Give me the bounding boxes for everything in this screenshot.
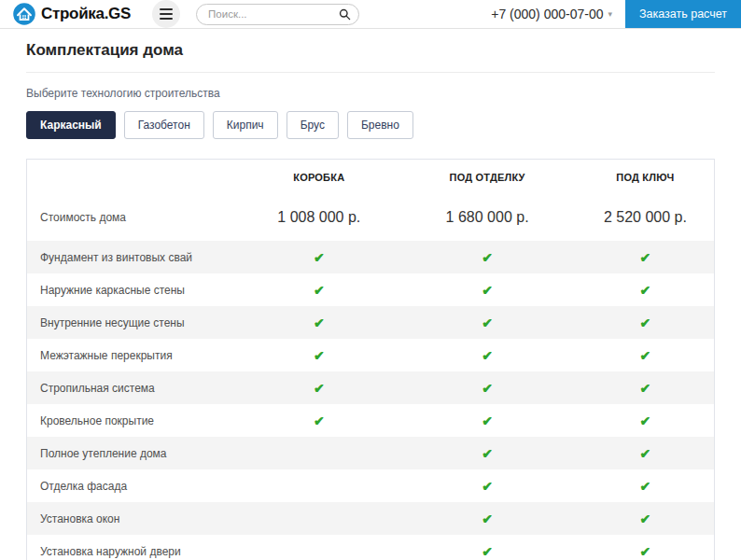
table-row: Фундамент из винтовых свай✔✔✔ bbox=[27, 241, 714, 273]
check-icon: ✔ bbox=[482, 413, 493, 428]
check-icon: ✔ bbox=[640, 413, 651, 428]
table-header-row: КОРОБКА ПОД ОТДЕЛКУ ПОД КЛЮЧ bbox=[27, 160, 714, 194]
check-icon: ✔ bbox=[314, 283, 325, 298]
table-row: Наружние каркасные стены✔✔✔ bbox=[27, 273, 714, 306]
table-row: Межэтажные перекрытия✔✔✔ bbox=[27, 339, 714, 371]
row-label: Отделка фасада bbox=[27, 469, 240, 502]
row-label: Кровельное покрытие bbox=[27, 404, 240, 437]
check-icon: ✔ bbox=[314, 381, 325, 396]
tab-4[interactable]: Бревно bbox=[347, 111, 413, 139]
check-icon: ✔ bbox=[640, 511, 651, 526]
row-label: Полное утепление дома bbox=[27, 437, 240, 469]
search-icon[interactable] bbox=[339, 8, 351, 21]
check-icon: ✔ bbox=[314, 413, 325, 428]
price-row-label: Стоимость дома bbox=[27, 194, 240, 241]
check-icon: ✔ bbox=[482, 381, 493, 396]
check-icon: ✔ bbox=[482, 315, 493, 330]
check-icon: ✔ bbox=[314, 315, 325, 330]
table-row: Внутренние несущие стены✔✔✔ bbox=[27, 306, 714, 339]
table-row: Полное утепление дома✔✔ bbox=[27, 437, 714, 469]
order-calculation-button[interactable]: Заказать расчет bbox=[625, 0, 741, 28]
check-icon: ✔ bbox=[640, 381, 651, 396]
check-icon: ✔ bbox=[482, 544, 493, 559]
row-label: Наружние каркасные стены bbox=[27, 273, 240, 306]
price-value: 1 680 000 р. bbox=[398, 194, 576, 241]
check-icon: ✔ bbox=[640, 315, 651, 330]
phone-dropdown[interactable]: +7 (000) 000-07-00 ▾ bbox=[491, 7, 612, 21]
check-icon: ✔ bbox=[482, 479, 493, 494]
comparison-table: КОРОБКА ПОД ОТДЕЛКУ ПОД КЛЮЧ Стоимость д… bbox=[27, 160, 714, 560]
header-right: +7 (000) 000-07-00 ▾ Заказать расчет bbox=[491, 0, 741, 28]
logo-text: Стройка.GS bbox=[41, 5, 131, 23]
row-label: Стропильная система bbox=[27, 371, 240, 404]
comparison-table-card: КОРОБКА ПОД ОТДЕЛКУ ПОД КЛЮЧ Стоимость д… bbox=[26, 159, 715, 560]
check-icon: ✔ bbox=[482, 250, 493, 265]
table-row: Отделка фасада✔✔ bbox=[27, 469, 714, 502]
column-header-pod-klyuch: ПОД КЛЮЧ bbox=[577, 160, 714, 194]
tab-1[interactable]: Газобетон bbox=[124, 111, 204, 139]
divider bbox=[26, 72, 715, 73]
comparison-table-body: Стоимость дома 1 008 000 р. 1 680 000 р.… bbox=[27, 194, 714, 560]
page-title: Комплектация дома bbox=[26, 41, 715, 60]
phone-number: +7 (000) 000-07-00 bbox=[491, 7, 603, 21]
menu-button[interactable] bbox=[152, 0, 180, 28]
tab-2[interactable]: Кирпич bbox=[213, 111, 278, 139]
technology-tabs: КаркасныйГазобетонКирпичБрусБревно bbox=[26, 111, 715, 139]
column-header-pod-otdelku: ПОД ОТДЕЛКУ bbox=[398, 160, 576, 194]
search-input[interactable] bbox=[208, 8, 339, 20]
header: Стройка.GS +7 (000) 000-07-00 ▾ Заказать… bbox=[0, 0, 741, 29]
row-label: Фундамент из винтовых свай bbox=[27, 241, 240, 273]
logo[interactable]: Стройка.GS bbox=[12, 2, 131, 26]
row-label: Установка наружной двери bbox=[27, 535, 240, 560]
table-row: Стропильная система✔✔✔ bbox=[27, 371, 714, 404]
row-label: Внутренние несущие стены bbox=[27, 306, 240, 339]
search-bar bbox=[196, 4, 359, 25]
price-value: 2 520 000 р. bbox=[577, 194, 714, 241]
check-icon: ✔ bbox=[640, 446, 651, 461]
check-icon: ✔ bbox=[314, 348, 325, 363]
main-content: Комплектация дома Выберите технологию ст… bbox=[0, 41, 741, 560]
chevron-down-icon: ▾ bbox=[608, 9, 613, 19]
check-icon: ✔ bbox=[640, 348, 651, 363]
table-row: Кровельное покрытие✔✔✔ bbox=[27, 404, 714, 437]
row-label: Межэтажные перекрытия bbox=[27, 339, 240, 371]
check-icon: ✔ bbox=[482, 348, 493, 363]
row-label: Установка окон bbox=[27, 502, 240, 535]
column-header-korobka: КОРОБКА bbox=[240, 160, 398, 194]
check-icon: ✔ bbox=[482, 511, 493, 526]
check-icon: ✔ bbox=[640, 283, 651, 298]
tab-0[interactable]: Каркасный bbox=[26, 111, 116, 139]
table-row: Установка наружной двери✔✔ bbox=[27, 535, 714, 560]
tab-3[interactable]: Брус bbox=[287, 111, 339, 139]
check-icon: ✔ bbox=[482, 283, 493, 298]
check-icon: ✔ bbox=[314, 250, 325, 265]
price-row: Стоимость дома 1 008 000 р. 1 680 000 р.… bbox=[27, 194, 714, 241]
check-icon: ✔ bbox=[640, 479, 651, 494]
check-icon: ✔ bbox=[640, 544, 651, 559]
check-icon: ✔ bbox=[482, 446, 493, 461]
price-value: 1 008 000 р. bbox=[240, 194, 398, 241]
logo-house-icon bbox=[12, 2, 36, 26]
table-row: Установка окон✔✔ bbox=[27, 502, 714, 535]
check-icon: ✔ bbox=[640, 250, 651, 265]
technology-subtitle: Выберите технологию строительства bbox=[26, 87, 715, 100]
hamburger-icon bbox=[160, 8, 173, 10]
